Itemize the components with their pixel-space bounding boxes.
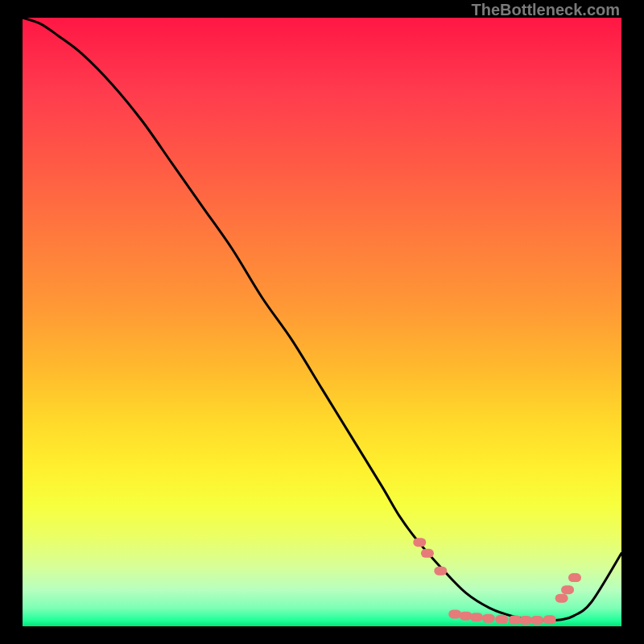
marker-dot bbox=[555, 594, 568, 603]
marker-dot bbox=[482, 614, 495, 623]
marker-dot bbox=[470, 613, 483, 621]
marker-dot bbox=[530, 616, 543, 625]
marker-dot bbox=[519, 616, 532, 625]
marker-dot bbox=[448, 609, 461, 618]
chart-canvas: TheBottleneck.com bbox=[0, 0, 644, 644]
marker-dot bbox=[421, 549, 434, 558]
marker-dot bbox=[434, 567, 447, 576]
marker-dot bbox=[568, 573, 581, 582]
marker-dot bbox=[413, 538, 426, 547]
marker-dot bbox=[543, 615, 556, 624]
curve-series bbox=[23, 18, 621, 620]
marker-dot bbox=[495, 615, 508, 624]
chart-svg bbox=[0, 0, 644, 644]
marker-dot bbox=[460, 612, 473, 621]
marker-dot bbox=[561, 585, 574, 594]
curve-path bbox=[23, 18, 621, 620]
